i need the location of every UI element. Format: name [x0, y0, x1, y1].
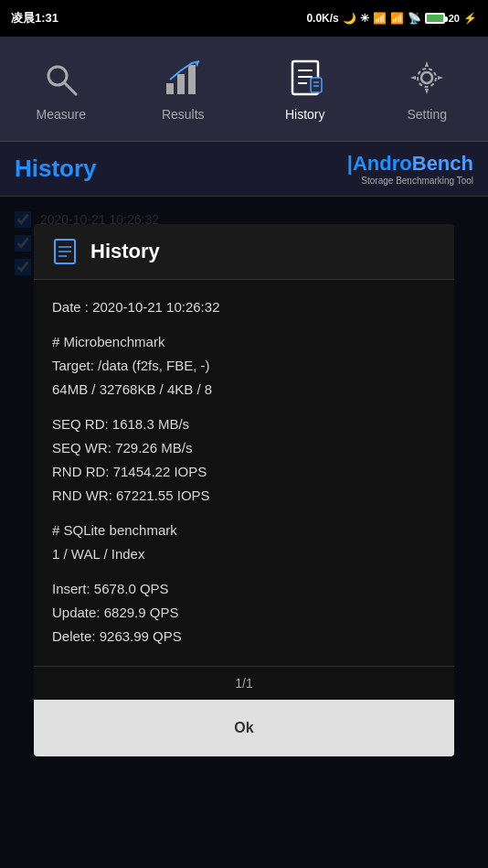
date-line: Date : 2020-10-21 10:26:32: [52, 296, 436, 318]
page-header: History |AndroBench Storage Benchmarking…: [0, 142, 488, 197]
seq-wr: SEQ WR: 729.26 MB/s: [52, 437, 436, 459]
ok-button[interactable]: Ok: [188, 711, 299, 745]
status-right: 0.0K/s 🌙 ✳ 📶 📶 📡 20 ⚡: [306, 12, 477, 25]
rnd-wr: RND WR: 67221.55 IOPS: [52, 485, 436, 507]
battery-icon: [425, 13, 445, 24]
target-line: Target: /data (f2fs, FBE, -): [52, 355, 436, 377]
content-area: 2020-10-21 10:26:32 2020-10-20 08:15:10 …: [0, 197, 488, 868]
svg-rect-2: [166, 83, 174, 94]
moon-icon: 🌙: [343, 12, 356, 25]
update-line: Update: 6829.9 QPS: [52, 602, 436, 624]
history-modal-icon: [50, 237, 80, 266]
bluetooth-icon: ✳: [360, 12, 369, 25]
size-line: 64MB / 32768KB / 4KB / 8: [52, 379, 436, 401]
tab-history[interactable]: History: [244, 47, 366, 131]
svg-line-1: [64, 82, 76, 94]
wifi-icon: 📡: [408, 12, 421, 25]
microbenchmark-header: # Microbenchmark: [52, 331, 436, 353]
delete-line: Delete: 9263.99 QPS: [52, 626, 436, 648]
status-left: 凌晨1:31: [11, 10, 58, 27]
history-modal: History Date : 2020-10-21 10:26:32 # Mic…: [34, 224, 454, 756]
page-title: History: [15, 155, 97, 183]
tab-history-label: History: [285, 107, 325, 122]
modal-header: History: [34, 224, 454, 280]
time-display: 凌晨1:31: [11, 10, 58, 27]
svg-rect-10: [311, 78, 322, 92]
signal-icon-2: 📶: [390, 12, 404, 25]
tab-setting[interactable]: Setting: [366, 47, 489, 131]
sqlite-config: 1 / WAL / Index: [52, 543, 436, 565]
status-bar: 凌晨1:31 0.0K/s 🌙 ✳ 📶 📶 📡 20 ⚡: [0, 0, 488, 37]
modal-pagination: 1/1: [34, 666, 454, 700]
lightning-icon: ⚡: [463, 12, 477, 25]
history-icon: [283, 56, 327, 100]
brand-logo: |AndroBench Storage Benchmarking Tool: [347, 152, 473, 186]
tab-measure-label: Measure: [37, 107, 86, 122]
signal-icon: 📶: [373, 12, 387, 25]
tab-measure[interactable]: Measure: [0, 47, 122, 131]
svg-point-13: [421, 72, 432, 83]
tab-setting-label: Setting: [407, 107, 447, 122]
brand-subtitle: Storage Benchmarking Tool: [361, 176, 473, 186]
network-speed: 0.0K/s: [306, 12, 338, 25]
battery-level: 20: [449, 13, 460, 24]
modal-body: Date : 2020-10-21 10:26:32 # Microbenchm…: [34, 280, 454, 666]
insert-line: Insert: 5678.0 QPS: [52, 578, 436, 600]
tab-results-label: Results: [162, 107, 205, 122]
tab-results[interactable]: Results: [122, 47, 245, 131]
svg-rect-3: [177, 74, 185, 94]
setting-icon: [405, 56, 449, 100]
seq-rd: SEQ RD: 1618.3 MB/s: [52, 413, 436, 435]
brand-name: |AndroBench: [347, 152, 473, 176]
results-icon: [161, 56, 205, 100]
modal-title: History: [90, 240, 160, 263]
measure-icon: [39, 56, 83, 100]
modal-overlay: History Date : 2020-10-21 10:26:32 # Mic…: [0, 197, 488, 868]
rnd-rd: RND RD: 71454.22 IOPS: [52, 461, 436, 483]
svg-rect-4: [188, 65, 196, 94]
nav-tabs: Measure Results: [0, 37, 488, 142]
modal-footer: Ok: [34, 700, 454, 756]
sqlite-header: # SQLite benchmark: [52, 520, 436, 541]
